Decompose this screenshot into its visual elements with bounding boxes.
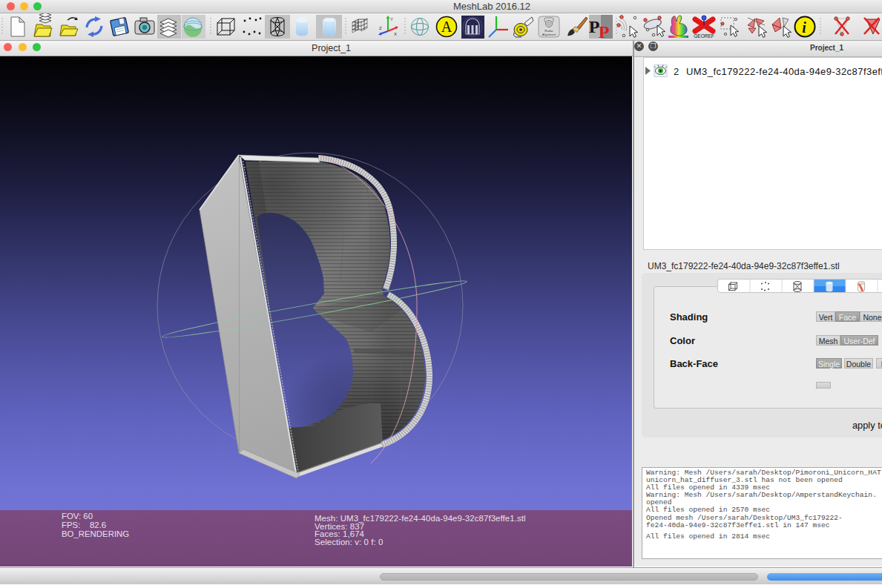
svg-text:Y: Y [390, 17, 393, 22]
svg-text:X: X [394, 32, 397, 36]
svg-text:Alignment: Alignment [542, 33, 556, 36]
svg-text:UM3_fc179222-fe24-40da-94e9-32: UM3_fc179222-fe24-40da-94e9-32c87f3effe1… [686, 66, 882, 77]
svg-text:Z: Z [379, 26, 382, 30]
svg-text:P: P [599, 22, 610, 40]
svg-text:2: 2 [674, 66, 679, 77]
svg-text:i: i [802, 19, 806, 36]
svg-text:A: A [441, 19, 452, 35]
svg-text:GEOREF: GEOREF [694, 33, 714, 39]
